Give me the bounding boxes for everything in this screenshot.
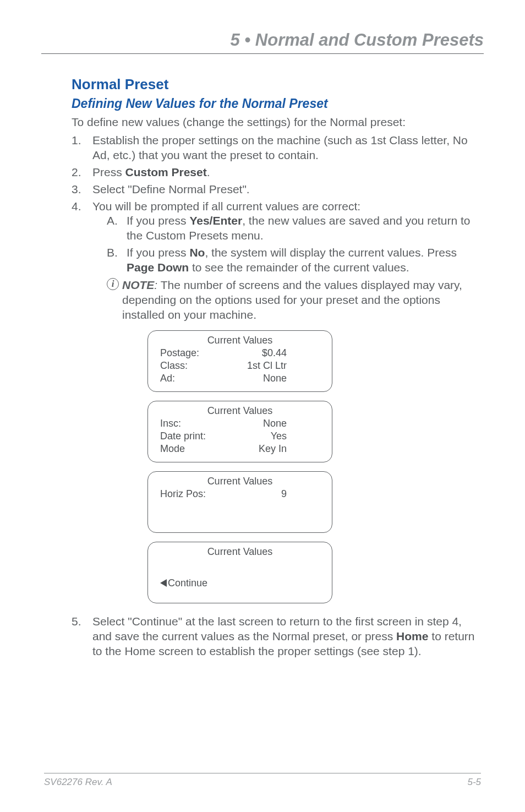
substep-a: A. If you press Yes/Enter, the new value… xyxy=(107,214,484,243)
step-body: Press Custom Preset. xyxy=(92,165,484,180)
screen-row: Class:1st Cl Ltr xyxy=(160,359,320,372)
footer-left: SV62276 Rev. A xyxy=(44,777,112,788)
row-label: Mode xyxy=(160,443,223,455)
row-value: Key In xyxy=(223,443,287,455)
bold-text: No xyxy=(189,246,205,259)
note-label: NOTE xyxy=(122,279,154,291)
step-body: Select "Continue" at the last screen to … xyxy=(92,614,484,659)
note-text: The number of screens and the values dis… xyxy=(122,279,462,321)
row-label: Insc: xyxy=(160,417,223,430)
row-value: None xyxy=(223,372,287,385)
step-body: Establish the proper settings on the mac… xyxy=(92,133,484,163)
text: , the system will display the current va… xyxy=(205,246,457,259)
triangle-left-icon xyxy=(160,579,167,587)
continue-label: Continue xyxy=(168,577,207,590)
content-area: Normal Preset Defining New Values for th… xyxy=(41,76,484,658)
intro-text: To define new values (change the setting… xyxy=(72,116,484,129)
screen-4: Current Values Continue xyxy=(147,542,332,603)
footer-rule xyxy=(44,773,481,773)
substep-body: If you press No, the system will display… xyxy=(127,246,484,275)
screen-3: Current Values Horiz Pos:9 xyxy=(147,471,332,533)
screen-row: Insc:None xyxy=(160,417,320,430)
row-value: Yes xyxy=(223,430,287,443)
row-value: None xyxy=(223,417,287,430)
bold-text: Yes/Enter xyxy=(189,214,242,227)
step-number: 5. xyxy=(72,614,92,659)
text: If you press xyxy=(127,246,189,259)
substep-letter: A. xyxy=(107,214,127,243)
step-number: 2. xyxy=(72,165,92,180)
row-label: Postage: xyxy=(160,347,223,359)
screen-row: Date print:Yes xyxy=(160,430,320,443)
section-title: Normal Preset xyxy=(72,76,484,93)
substep-list: A. If you press Yes/Enter, the new value… xyxy=(92,214,484,322)
row-label: Date print: xyxy=(160,430,223,443)
step-body: You will be prompted if all current valu… xyxy=(92,199,484,612)
note: i NOTE: The number of screens and the va… xyxy=(107,277,484,323)
subsection-title: Defining New Values for the Normal Prese… xyxy=(72,96,484,111)
substep-b: B. If you press No, the system will disp… xyxy=(107,246,484,275)
row-value: 1st Cl Ltr xyxy=(223,359,287,372)
note-body: NOTE: The number of screens and the valu… xyxy=(122,277,484,323)
step-number: 4. xyxy=(72,199,92,612)
info-icon: i xyxy=(107,278,119,290)
continue-row: Continue xyxy=(160,558,320,590)
row-label: Class: xyxy=(160,359,223,372)
bold-text: Page Down xyxy=(127,261,189,274)
screen-row: Horiz Pos:9 xyxy=(160,488,320,500)
step-1: 1. Establish the proper settings on the … xyxy=(72,133,484,163)
title-rule xyxy=(41,53,484,54)
row-value: 9 xyxy=(223,488,287,500)
bold-text: Custom Preset xyxy=(125,166,207,178)
step-2: 2. Press Custom Preset. xyxy=(72,165,484,180)
row-label: Ad: xyxy=(160,372,223,385)
screen-row: Ad:None xyxy=(160,372,320,385)
text: Press xyxy=(92,166,125,178)
screen-header: Current Values xyxy=(160,546,320,558)
step-text: You will be prompted if all current valu… xyxy=(92,199,484,214)
screen-row: Postage:$0.44 xyxy=(160,347,320,359)
page-footer: SV62276 Rev. A 5-5 xyxy=(44,773,481,788)
screen-header: Current Values xyxy=(160,475,320,488)
screen-header: Current Values xyxy=(160,405,320,417)
step-body: Select "Define Normal Preset". xyxy=(92,182,484,197)
step-number: 3. xyxy=(72,182,92,197)
text: to see the remainder of the current valu… xyxy=(189,261,409,274)
substep-letter: B. xyxy=(107,246,127,275)
step-5: 5. Select "Continue" at the last screen … xyxy=(72,614,484,659)
step-4: 4. You will be prompted if all current v… xyxy=(72,199,484,612)
screen-header: Current Values xyxy=(160,334,320,347)
footer-row: SV62276 Rev. A 5-5 xyxy=(44,777,481,788)
chapter-title: 5 • Normal and Custom Presets xyxy=(41,30,484,50)
text: . xyxy=(207,166,210,178)
text: If you press xyxy=(127,214,189,227)
step-3: 3. Select "Define Normal Preset". xyxy=(72,182,484,197)
screen-1: Current Values Postage:$0.44 Class:1st C… xyxy=(147,330,332,392)
step-number: 1. xyxy=(72,133,92,163)
row-value: $0.44 xyxy=(223,347,287,359)
bold-text: Home xyxy=(396,630,428,642)
screen-examples: Current Values Postage:$0.44 Class:1st C… xyxy=(147,330,484,603)
substep-body: If you press Yes/Enter, the new values a… xyxy=(127,214,484,243)
footer-right: 5-5 xyxy=(467,777,481,788)
row-label: Horiz Pos: xyxy=(160,488,223,500)
screen-row: ModeKey In xyxy=(160,443,320,455)
screen-2: Current Values Insc:None Date print:Yes … xyxy=(147,401,332,462)
